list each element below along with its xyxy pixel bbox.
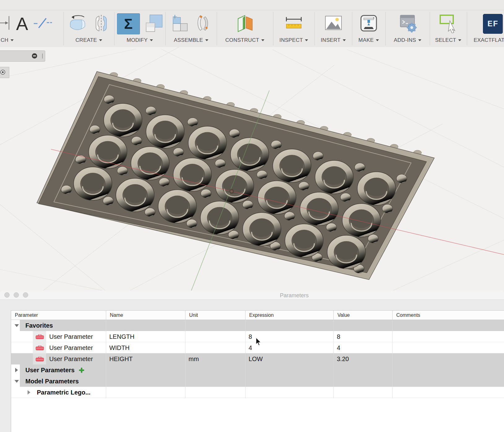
- column-header-name[interactable]: Name: [106, 311, 185, 320]
- toolbar-group-modify[interactable]: Σ MODIFY: [114, 10, 165, 47]
- joint-icon[interactable]: [194, 14, 211, 34]
- cell-unit: [185, 331, 245, 342]
- origin-point-center: [231, 190, 233, 193]
- table-row-length[interactable]: User Parameter LENGTH 8 8: [11, 331, 504, 342]
- toolbar-group-select[interactable]: SELECT: [430, 10, 467, 47]
- chevron-down-icon: [150, 39, 153, 41]
- window-title: Parameters: [280, 292, 309, 299]
- chevron-down-icon: [343, 39, 346, 41]
- toolbar-label-select[interactable]: SELECT: [435, 37, 456, 43]
- insert-image-icon[interactable]: [324, 14, 343, 33]
- origin-widget[interactable]: [0, 67, 9, 78]
- column-divider: [333, 320, 334, 398]
- column-header-comments[interactable]: Comments: [392, 311, 504, 320]
- column-header-value[interactable]: Value: [333, 311, 392, 320]
- window-zoom-button[interactable]: [23, 292, 28, 298]
- cell-comments[interactable]: [392, 342, 504, 353]
- toolbar-label-insert[interactable]: INSERT: [321, 37, 341, 43]
- add-parameter-button[interactable]: [79, 368, 84, 373]
- lego-plate-model: [37, 72, 434, 280]
- toolbar-label-make[interactable]: MAKE: [358, 37, 374, 43]
- exactflat-icon[interactable]: EF: [483, 14, 503, 34]
- table-row-favorites-group[interactable]: Favorites: [11, 320, 504, 331]
- toolbar-label-exactflat[interactable]: EXACTFLAT: [474, 37, 504, 43]
- scripts-addins-icon[interactable]: [398, 14, 418, 34]
- toolbar-group-addins[interactable]: ADD-INS: [385, 10, 430, 47]
- toolbar-label-addins[interactable]: ADD-INS: [394, 37, 416, 43]
- toolbar-group-construct[interactable]: CONSTRUCT: [217, 10, 273, 47]
- column-header-expression[interactable]: Expression: [245, 311, 333, 320]
- browser-header-fragment[interactable]: [0, 50, 45, 62]
- disclosure-collapsed-icon[interactable]: [28, 390, 30, 395]
- toolbar-group-inspect[interactable]: INSPECT: [273, 10, 315, 47]
- parameters-titlebar: Parameters: [0, 290, 504, 300]
- 3d-print-icon[interactable]: [359, 14, 378, 34]
- new-component-icon[interactable]: [171, 14, 189, 34]
- cell-expression[interactable]: LOW: [245, 353, 333, 364]
- column-divider: [185, 320, 185, 398]
- sketch-text-icon[interactable]: A: [16, 15, 28, 33]
- toolbar-group-assemble[interactable]: ASSEMBLE: [165, 10, 217, 47]
- change-parameters-icon[interactable]: Σ: [117, 13, 140, 34]
- group-row-band: [20, 364, 504, 376]
- cell-comments[interactable]: [392, 353, 504, 364]
- toolbar-label-modify[interactable]: MODIFY: [127, 37, 148, 43]
- minus-glyph: [33, 55, 36, 56]
- construction-line-icon[interactable]: [33, 14, 52, 33]
- cell-expression[interactable]: 4: [245, 342, 333, 353]
- subgroup-label: Parametric Lego...: [37, 387, 90, 398]
- table-row-user-parameters-group[interactable]: User Parameters: [11, 364, 504, 376]
- disclosure-expanded-icon[interactable]: [15, 324, 19, 327]
- disclosure-expanded-icon[interactable]: [15, 380, 19, 383]
- mirror-icon[interactable]: [92, 14, 110, 34]
- cell-value: 4: [333, 342, 392, 353]
- column-header-parameter[interactable]: Parameter: [11, 311, 106, 320]
- table-header-row: Parameter Name Unit Expression Value Com…: [11, 311, 504, 320]
- construction-plane-icon[interactable]: [236, 14, 254, 34]
- toolbar-group-insert[interactable]: INSERT: [315, 10, 352, 47]
- toolbar-label-assemble[interactable]: ASSEMBLE: [174, 37, 203, 43]
- group-row-band: [20, 376, 504, 387]
- toolbar-group-sketch[interactable]: A CH: [0, 10, 63, 47]
- cell-comments[interactable]: [392, 331, 504, 342]
- document-tab-strip: [0, 0, 504, 10]
- group-label-text: User Parameters: [25, 367, 75, 374]
- toolbar-group-create[interactable]: CREATE: [63, 10, 114, 47]
- cell-parameter: User Parameter: [11, 342, 106, 353]
- toolbar-label-create[interactable]: CREATE: [76, 37, 97, 43]
- user-parameter-icon: [36, 346, 44, 350]
- measure-icon[interactable]: [284, 14, 304, 34]
- chevron-down-icon: [458, 39, 461, 41]
- toolbar-group-make[interactable]: MAKE: [352, 10, 385, 47]
- parameters-body: Parameter Name Unit Expression Value Com…: [0, 300, 504, 432]
- user-parameter-icon: [36, 334, 44, 339]
- select-icon[interactable]: [439, 13, 458, 34]
- cell-expression[interactable]: 8: [245, 331, 333, 342]
- group-row-band: [20, 320, 504, 331]
- toolbar-label-inspect[interactable]: INSPECT: [280, 37, 303, 43]
- toolbar-label-sketch[interactable]: CH: [1, 37, 8, 43]
- cell-value: 3.20: [333, 353, 392, 364]
- window-close-button[interactable]: [4, 292, 10, 298]
- toolbar-group-exactflat[interactable]: EF EXACTFLAT: [467, 10, 504, 47]
- viewport-canvas[interactable]: [0, 47, 504, 290]
- cell-name: LENGTH: [106, 331, 185, 342]
- 3d-model-view: [0, 47, 504, 290]
- revolve-icon[interactable]: [67, 13, 87, 34]
- sigma-glyph: Σ: [124, 17, 133, 31]
- parameters-table: Parameter Name Unit Expression Value Com…: [11, 310, 504, 432]
- table-row-parametric-lego[interactable]: Parametric Lego...: [11, 387, 504, 398]
- toolbar-label-construct[interactable]: CONSTRUCT: [225, 37, 259, 43]
- column-header-unit[interactable]: Unit: [185, 311, 245, 320]
- disclosure-collapsed-icon[interactable]: [15, 368, 18, 372]
- chevron-down-icon: [418, 39, 421, 41]
- press-pull-icon[interactable]: [145, 14, 163, 34]
- table-row-height-selected[interactable]: User Parameter HEIGHT mm LOW 3.20: [11, 353, 504, 364]
- cell-unit: [185, 342, 245, 353]
- dimension-icon[interactable]: [0, 14, 11, 33]
- group-label: User Parameters: [25, 364, 84, 376]
- divider-tick: [42, 54, 43, 59]
- table-row-width[interactable]: User Parameter WIDTH 4 4: [11, 342, 504, 353]
- window-minimize-button[interactable]: [14, 292, 19, 298]
- table-row-model-parameters-group[interactable]: Model Parameters: [11, 376, 504, 387]
